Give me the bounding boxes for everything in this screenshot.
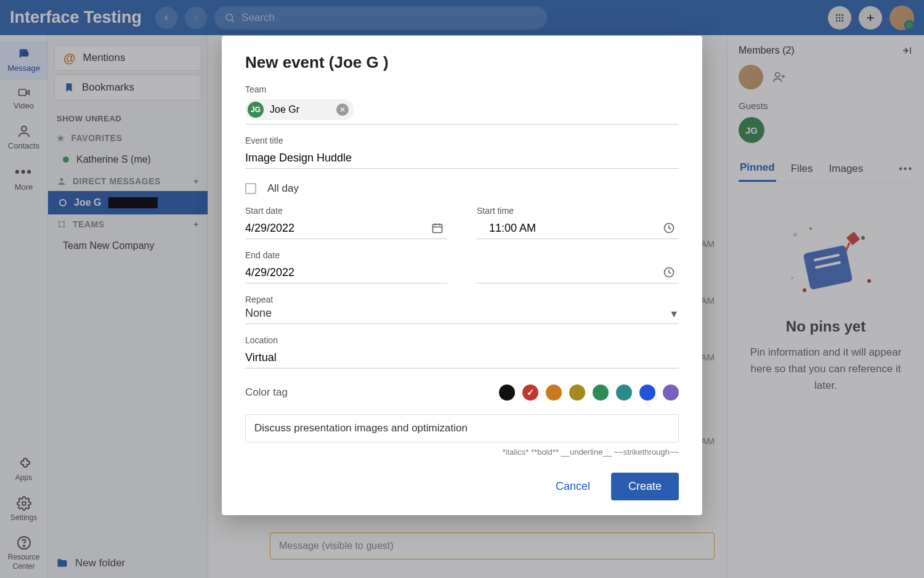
start-date-input[interactable] [245,218,447,239]
svg-rect-39 [433,224,442,232]
team-field-label: Team [245,84,679,94]
new-event-modal: New event (Joe G ) Team JG Joe Gr ✕ Even… [222,36,702,515]
color-swatch[interactable] [639,385,655,401]
color-swatch[interactable] [593,385,609,401]
event-title-label: Event title [245,136,679,145]
calendar-icon[interactable] [431,222,444,234]
event-title-input[interactable] [245,148,679,169]
end-time-label [477,250,679,260]
clock-icon[interactable] [663,222,675,234]
location-input[interactable] [245,348,679,368]
color-swatch[interactable] [522,385,538,401]
modal-scrim[interactable]: New event (Joe G ) Team JG Joe Gr ✕ Even… [0,0,924,578]
color-swatch[interactable] [569,385,585,401]
cancel-button[interactable]: Cancel [552,474,594,499]
clock-icon[interactable] [663,266,675,279]
repeat-label: Repeat [245,295,679,304]
color-tag-label: Color tag [245,386,288,399]
repeat-select[interactable]: None ▼ [245,307,679,324]
create-button[interactable]: Create [611,473,679,500]
chevron-down-icon: ▼ [669,309,679,320]
modal-title: New event (Joe G ) [245,53,679,72]
end-date-label: End date [245,250,447,260]
all-day-label: All day [267,182,299,195]
color-swatches [499,385,679,401]
end-date-input[interactable] [245,263,447,283]
color-swatch[interactable] [499,385,515,401]
repeat-value: None [245,307,272,320]
team-chip-name: Joe Gr [270,104,299,115]
start-date-label: Start date [245,206,447,216]
description-text: Discuss presentation images and optimiza… [254,422,468,434]
color-swatch[interactable] [546,385,562,401]
team-chip: JG Joe Gr ✕ [245,99,354,120]
team-chip-avatar: JG [248,102,264,118]
start-time-label: Start time [477,206,679,216]
description-input[interactable]: Discuss presentation images and optimiza… [245,414,679,442]
all-day-checkbox[interactable] [245,183,256,194]
remove-team-chip-button[interactable]: ✕ [336,104,349,116]
color-swatch[interactable] [663,385,679,401]
location-label: Location [245,335,679,345]
start-time-input[interactable] [477,218,679,239]
end-time-input[interactable] [477,263,679,283]
color-swatch[interactable] [616,385,632,401]
format-hint: *italics* **bold** __underline__ ~~strik… [245,447,679,457]
